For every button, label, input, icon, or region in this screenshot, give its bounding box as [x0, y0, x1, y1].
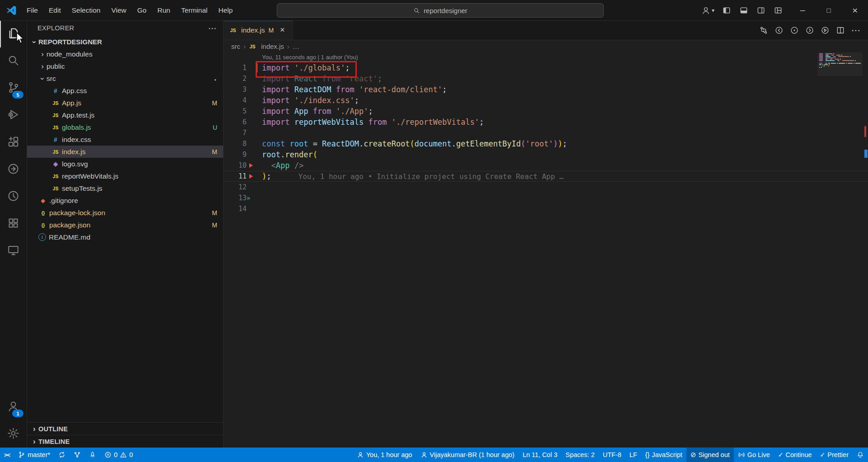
activity-item-run-and-debug[interactable] [0, 102, 27, 129]
minimap[interactable] [819, 53, 861, 72]
status-cursor-position[interactable]: Ln 11, Col 3 [518, 448, 561, 462]
previous-change-icon[interactable] [773, 24, 785, 36]
section-timeline[interactable]: TIMELINE [27, 435, 223, 448]
status-language-mode[interactable]: JavaScript [641, 448, 686, 462]
command-center-search[interactable]: reportdesigner [277, 3, 604, 18]
menu-terminal[interactable]: Terminal [176, 4, 213, 17]
code-line-4[interactable]: 4import './index.css'; [223, 95, 868, 106]
status-notifications[interactable] [853, 448, 868, 462]
vscode-window: FileEditSelectionViewGoRunTerminalHelp r… [0, 0, 868, 462]
check-icon [778, 451, 784, 458]
file-index.css[interactable]: index.css [27, 133, 223, 146]
menu-file[interactable]: File [22, 4, 43, 17]
file-globals.js[interactable]: globals.jsU [27, 121, 223, 133]
status-signed-out[interactable]: Signed out [686, 448, 734, 462]
status-continue[interactable]: Continue [774, 448, 816, 462]
code-text: );You, 1 hour ago • Initialize project u… [262, 171, 868, 182]
activity-item-search[interactable] [0, 47, 27, 75]
git-status-badge: M [212, 222, 217, 229]
toggle-primary-sidebar[interactable] [722, 5, 732, 15]
code-line-12[interactable]: 12 [223, 182, 868, 193]
code-line-3[interactable]: 3import ReactDOM from 'react-dom/client'… [223, 84, 868, 95]
file-App.css[interactable]: App.css [27, 85, 223, 97]
file-package.json[interactable]: package.jsonM [27, 219, 223, 231]
breadcrumb-file[interactable]: index.js [261, 42, 284, 50]
project-root-row[interactable]: REPORTDESIGNER [27, 36, 223, 48]
status-indentation[interactable]: Spaces: 2 [561, 448, 599, 462]
toggle-secondary-sidebar[interactable] [756, 5, 766, 15]
menu-go[interactable]: Go [132, 4, 152, 17]
breadcrumb-symbol[interactable]: … [293, 42, 299, 50]
file-setupTests.js[interactable]: setupTests.js [27, 182, 223, 194]
code-line-5[interactable]: 5import App from './App'; [223, 106, 868, 117]
code-line-11[interactable]: 11);You, 1 hour ago • Initialize project… [223, 171, 868, 182]
open-change-icon[interactable] [789, 24, 800, 36]
code-line-1[interactable]: 1import './globals'; [223, 62, 868, 73]
file-README.md[interactable]: README.md [27, 231, 223, 243]
next-change-icon[interactable] [804, 24, 816, 36]
activity-item-accounts[interactable]: 1 [0, 393, 27, 420]
code-line-7[interactable]: 7 [223, 127, 868, 138]
tab-index-js[interactable]: index.js M [223, 20, 293, 40]
menu-selection[interactable]: Selection [67, 4, 106, 17]
code-line-6[interactable]: 6import reportWebVitals from './reportWe… [223, 117, 868, 127]
maximize-button[interactable] [816, 0, 842, 20]
activity-item-gitlens[interactable] [0, 183, 27, 210]
close-button[interactable] [842, 0, 868, 20]
status-remote-indicator[interactable] [0, 448, 14, 462]
code-line-14[interactable]: 14 [223, 203, 868, 214]
code-line-8[interactable]: 8const root = ReactDOM.createRoot(docume… [223, 138, 868, 149]
copilot-menu[interactable] [701, 5, 714, 15]
activity-item-extensions[interactable] [0, 129, 27, 156]
menu-view[interactable]: View [106, 4, 131, 17]
more-actions-icon[interactable] [850, 24, 862, 36]
activity-item-remote-explorer[interactable] [0, 237, 27, 264]
status-commit-graph[interactable] [70, 448, 85, 462]
file-package-lock.json[interactable]: package-lock.jsonM [27, 207, 223, 219]
activity-item-apps[interactable] [0, 210, 27, 237]
activity-item-explorer[interactable] [0, 20, 27, 47]
status-git-branch[interactable]: master* [14, 448, 54, 462]
file-logo.svg[interactable]: logo.svg [27, 158, 223, 170]
status-launchpad[interactable] [85, 448, 100, 462]
toggle-panel[interactable] [739, 5, 749, 15]
folder-node_modules[interactable]: node_modules [27, 48, 223, 60]
codelens-annotation[interactable]: You, 11 seconds ago | 1 author (You) [223, 52, 868, 62]
status-prettier[interactable]: Prettier [816, 448, 853, 462]
split-editor-icon[interactable] [835, 24, 846, 36]
overview-ruler[interactable] [862, 52, 868, 448]
code-line-9[interactable]: 9root.render( [223, 149, 868, 160]
minimize-button[interactable] [789, 0, 816, 20]
status-encoding[interactable]: UTF-8 [599, 448, 625, 462]
menu-run[interactable]: Run [152, 4, 175, 17]
close-icon[interactable] [277, 25, 287, 35]
activity-item-settings[interactable] [0, 420, 27, 448]
status-blame-info[interactable]: You, 1 hour ago [353, 448, 416, 462]
activity-item-source-control[interactable]: 5 [0, 75, 27, 102]
file-App.test.js[interactable]: App.test.js [27, 109, 223, 121]
status-sync-changes[interactable] [54, 448, 70, 462]
git-compare-icon[interactable] [758, 24, 770, 36]
folder-src[interactable]: src [27, 72, 223, 85]
customize-layout[interactable] [773, 5, 783, 15]
code-line-13[interactable]: 13 [223, 193, 868, 203]
breadcrumb-src[interactable]: src [231, 42, 240, 50]
file-index.js[interactable]: index.jsM [27, 146, 223, 158]
file-App.js[interactable]: App.jsM [27, 97, 223, 109]
menu-help[interactable]: Help [214, 4, 238, 17]
file-reportWebVitals.js[interactable]: reportWebVitals.js [27, 170, 223, 182]
section-outline[interactable]: OUTLINE [27, 422, 223, 435]
status-go-live[interactable]: Go Live [734, 448, 774, 462]
activity-item-live-share[interactable] [0, 156, 27, 183]
code-editor[interactable]: You, 11 seconds ago | 1 author (You)1imp… [223, 52, 868, 448]
file-.gitignore[interactable]: .gitignore [27, 194, 223, 207]
menu-edit[interactable]: Edit [44, 4, 66, 17]
status-eol[interactable]: LF [625, 448, 641, 462]
more-actions-icon[interactable] [208, 23, 217, 33]
run-file-icon[interactable] [819, 24, 831, 36]
folder-public[interactable]: public [27, 60, 223, 72]
status-commit-author[interactable]: Vijayakumar-BR (1 hour ago) [416, 448, 519, 462]
code-line-2[interactable]: 2import React from 'react'; [223, 73, 868, 84]
code-line-10[interactable]: 10 <App /> [223, 160, 868, 171]
status-problems[interactable]: 00 [100, 448, 137, 462]
